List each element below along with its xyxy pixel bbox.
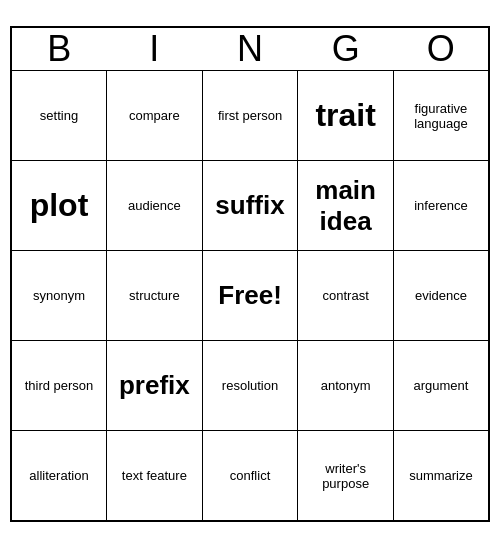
- cell-0-1: compare: [107, 71, 203, 161]
- cell-0-2: first person: [202, 71, 298, 161]
- grid-row-4: alliterationtext featureconflictwriter's…: [11, 431, 489, 521]
- cell-3-1: prefix: [107, 341, 203, 431]
- cell-1-1: audience: [107, 161, 203, 251]
- grid-row-1: plotaudiencesuffixmain ideainference: [11, 161, 489, 251]
- bingo-card: B I N G O settingcomparefirst persontrai…: [10, 22, 490, 522]
- grid-row-2: synonymstructureFree!contrastevidence: [11, 251, 489, 341]
- cell-4-2: conflict: [202, 431, 298, 521]
- cell-2-4: evidence: [393, 251, 489, 341]
- cell-1-3: main idea: [298, 161, 394, 251]
- cell-1-2: suffix: [202, 161, 298, 251]
- cell-0-0: setting: [11, 71, 107, 161]
- cell-0-3: trait: [298, 71, 394, 161]
- cell-2-0: synonym: [11, 251, 107, 341]
- cell-4-1: text feature: [107, 431, 203, 521]
- letter-i: I: [107, 27, 203, 71]
- letter-o: O: [393, 27, 489, 71]
- cell-2-2: Free!: [202, 251, 298, 341]
- header-row: B I N G O: [11, 27, 489, 71]
- cell-3-0: third person: [11, 341, 107, 431]
- grid-row-3: third personprefixresolutionantonymargum…: [11, 341, 489, 431]
- cell-3-4: argument: [393, 341, 489, 431]
- cell-3-2: resolution: [202, 341, 298, 431]
- letter-b: B: [11, 27, 107, 71]
- cell-4-4: summarize: [393, 431, 489, 521]
- cell-3-3: antonym: [298, 341, 394, 431]
- cell-1-4: inference: [393, 161, 489, 251]
- cell-0-4: figurative language: [393, 71, 489, 161]
- cell-4-0: alliteration: [11, 431, 107, 521]
- cell-1-0: plot: [11, 161, 107, 251]
- grid-row-0: settingcomparefirst persontraitfigurativ…: [11, 71, 489, 161]
- cell-4-3: writer's purpose: [298, 431, 394, 521]
- bingo-grid: B I N G O settingcomparefirst persontrai…: [10, 26, 490, 522]
- letter-n: N: [202, 27, 298, 71]
- cell-2-1: structure: [107, 251, 203, 341]
- letter-g: G: [298, 27, 394, 71]
- cell-2-3: contrast: [298, 251, 394, 341]
